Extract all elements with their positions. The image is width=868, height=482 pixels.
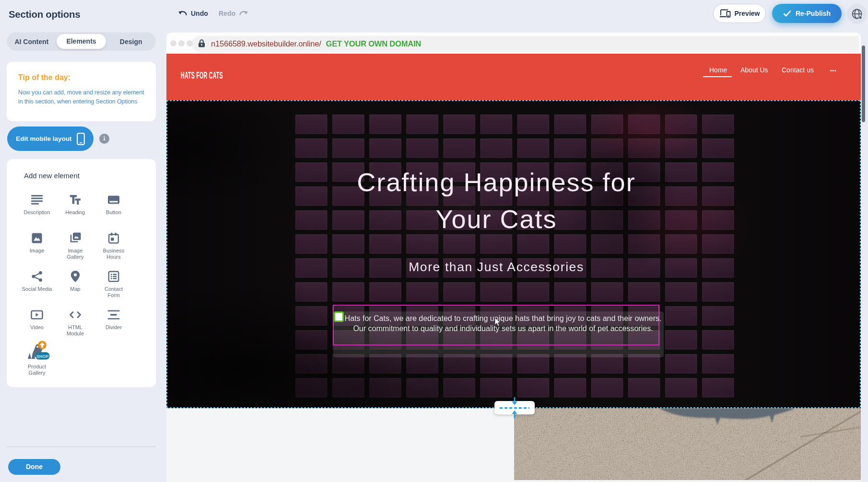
svg-text:SHOP: SHOP [36,354,49,359]
